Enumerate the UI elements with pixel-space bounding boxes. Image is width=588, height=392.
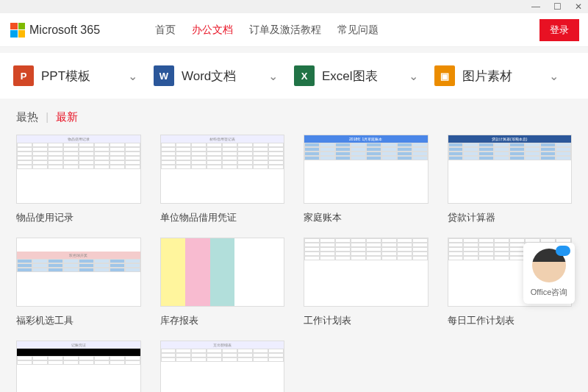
template-thumbnail: 物品使用记录 (16, 135, 141, 204)
window-controls: — ☐ ✕ (0, 0, 588, 13)
template-thumbnail (304, 238, 429, 307)
template-card[interactable]: 贷款计算器(等额本息) 贷款计算器 (448, 135, 573, 224)
category-excel[interactable]: X Excel图表 ⌄ (294, 65, 434, 86)
template-card[interactable]: 库存报表 (160, 238, 285, 327)
template-card[interactable]: 支出明细表 支出明细表 (160, 341, 285, 392)
category-bar: P PPT模板 ⌄ W Word文档 ⌄ X Excel图表 ⌄ ▣ 图片素材 … (0, 53, 588, 99)
sort-new[interactable]: 最新 (56, 110, 78, 123)
close-button[interactable]: ✕ (575, 1, 582, 12)
template-title: 工作计划表 (304, 314, 429, 327)
nav-home[interactable]: 首页 (155, 24, 176, 37)
excel-icon: X (294, 65, 315, 86)
nav-faq[interactable]: 常见问题 (337, 24, 379, 37)
template-title: 家庭账本 (304, 211, 429, 224)
template-card[interactable]: 2018年 1月家庭账本 家庭账本 (304, 135, 429, 224)
brand-logo[interactable]: Microsoft 365 (10, 23, 100, 38)
main-nav: 首页 办公文档 订单及激活教程 常见问题 (155, 24, 379, 37)
category-word-label: Word文档 (182, 68, 236, 85)
template-card[interactable]: 记账凭证 记账凭证 (16, 341, 141, 392)
template-title: 库存报表 (160, 314, 285, 327)
category-image-label: 图片素材 (462, 68, 512, 85)
microsoft-logo-icon (10, 23, 25, 38)
login-button[interactable]: 登录 (539, 19, 579, 41)
category-word[interactable]: W Word文档 ⌄ (154, 65, 294, 86)
template-thumbnail: 记账凭证 (16, 341, 141, 392)
sort-bar: 最热 | 最新 (0, 99, 588, 132)
chevron-down-icon: ⌄ (128, 69, 137, 83)
nav-docs[interactable]: 办公文档 (192, 24, 233, 37)
chat-label: Office咨询 (528, 287, 570, 298)
template-card[interactable]: 材料借用登记表 单位物品借用凭证 (160, 135, 285, 224)
maximize-button[interactable]: ☐ (553, 1, 562, 12)
chevron-down-icon: ⌄ (268, 69, 278, 83)
header: Microsoft 365 首页 办公文档 订单及激活教程 常见问题 登录 (0, 13, 588, 47)
chevron-down-icon: ⌄ (409, 69, 418, 83)
category-excel-label: Excel图表 (322, 68, 378, 85)
chevron-down-icon: ⌄ (549, 69, 559, 83)
template-title: 贷款计算器 (448, 211, 573, 224)
support-avatar-icon (532, 249, 566, 282)
minimize-button[interactable]: — (531, 1, 540, 12)
template-thumbnail: 双色球开奖 (16, 238, 141, 307)
sort-separator: | (46, 110, 49, 123)
template-grid: 物品使用记录 物品使用记录 材料借用登记表 单位物品借用凭证 2018年 1月家… (0, 132, 588, 392)
template-thumbnail (160, 238, 285, 307)
template-thumbnail: 2018年 1月家庭账本 (304, 135, 429, 204)
template-card[interactable]: 双色球开奖 福彩机选工具 (16, 238, 141, 327)
template-card[interactable]: 工作计划表 (304, 238, 429, 327)
template-title: 每日工作计划表 (448, 314, 573, 327)
image-icon: ▣ (434, 65, 455, 86)
template-title: 单位物品借用凭证 (160, 211, 285, 224)
category-ppt-label: PPT模板 (41, 68, 90, 85)
template-thumbnail: 支出明细表 (160, 341, 285, 392)
template-thumbnail: 贷款计算器(等额本息) (448, 135, 573, 204)
chat-widget[interactable]: Office咨询 (523, 243, 575, 304)
word-icon: W (154, 65, 174, 86)
powerpoint-icon: P (13, 65, 34, 86)
template-card[interactable]: 物品使用记录 物品使用记录 (16, 135, 141, 224)
template-title: 福彩机选工具 (16, 314, 141, 327)
brand-name: Microsoft 365 (29, 24, 100, 37)
nav-orders[interactable]: 订单及激活教程 (249, 24, 321, 37)
category-ppt[interactable]: P PPT模板 ⌄ (13, 65, 154, 86)
category-image[interactable]: ▣ 图片素材 ⌄ (434, 65, 575, 86)
template-title: 物品使用记录 (16, 211, 141, 224)
template-thumbnail: 材料借用登记表 (160, 135, 285, 204)
sort-hot[interactable]: 最热 (16, 110, 38, 123)
